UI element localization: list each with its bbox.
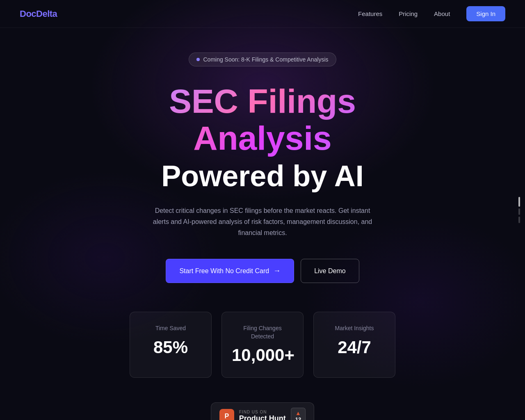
- scroll-dot-1: [518, 197, 520, 207]
- start-free-label: Start Free With No Credit Card: [179, 267, 269, 275]
- hero-line-3: Powered by AI: [161, 160, 363, 192]
- nav-link-pricing[interactable]: Pricing: [399, 10, 418, 17]
- badge-dot-icon: [196, 58, 200, 61]
- navigation: DocDelta Features Pricing About Sign In: [0, 0, 525, 28]
- stat-card-time-saved: Time Saved 85%: [130, 312, 212, 378]
- scroll-indicator: [518, 197, 520, 223]
- nav-link-features[interactable]: Features: [358, 10, 382, 17]
- nav-links: Features Pricing About Sign In: [358, 6, 505, 21]
- live-demo-button[interactable]: Live Demo: [301, 259, 359, 283]
- stat-label-1: Filing ChangesDetected: [232, 324, 293, 340]
- stat-card-filing-changes: Filing ChangesDetected 10,000+: [221, 312, 304, 378]
- ph-icon-letter: P: [224, 413, 229, 420]
- product-hunt-badge[interactable]: P FIND US ON Product Hunt ▲ 12: [211, 402, 314, 420]
- hero-heading: SEC Filings Analysis Powered by AI: [161, 83, 363, 193]
- ph-upvote-arrow: ▲: [295, 410, 301, 416]
- ph-find-text: FIND US ON: [239, 410, 286, 414]
- ph-votes[interactable]: ▲ 12: [291, 408, 306, 420]
- hero-description: Detect critical changes in SEC filings b…: [148, 205, 377, 239]
- cta-buttons: Start Free With No Credit Card → Live De…: [166, 259, 359, 283]
- start-free-button[interactable]: Start Free With No Credit Card →: [166, 259, 294, 283]
- stat-value-0: 85%: [140, 338, 201, 357]
- stat-value-2: 24/7: [324, 338, 385, 357]
- ph-name: Product Hunt: [239, 414, 286, 420]
- stat-label-2: Market Insights: [324, 324, 385, 333]
- ph-vote-count: 12: [295, 416, 301, 420]
- scroll-dot-3: [518, 217, 520, 223]
- signin-button[interactable]: Sign In: [466, 6, 505, 21]
- scroll-dot-2: [518, 208, 520, 215]
- badge-text: Coming Soon: 8-K Filings & Competitive A…: [203, 56, 328, 63]
- nav-link-about[interactable]: About: [434, 10, 450, 17]
- product-hunt-icon: P: [219, 409, 234, 420]
- coming-soon-badge: Coming Soon: 8-K Filings & Competitive A…: [189, 52, 336, 66]
- stats-grid: Time Saved 85% Filing ChangesDetected 10…: [130, 312, 395, 378]
- ph-text: FIND US ON Product Hunt: [239, 410, 286, 420]
- main-content: Coming Soon: 8-K Filings & Competitive A…: [0, 28, 525, 420]
- stat-label-0: Time Saved: [140, 324, 201, 333]
- hero-line-2: Analysis: [161, 120, 363, 157]
- logo[interactable]: DocDelta: [20, 9, 57, 19]
- stat-card-market-insights: Market Insights 24/7: [313, 312, 395, 378]
- arrow-icon: →: [273, 267, 281, 275]
- hero-line-1: SEC Filings: [161, 83, 363, 120]
- stat-value-1: 10,000+: [232, 345, 293, 365]
